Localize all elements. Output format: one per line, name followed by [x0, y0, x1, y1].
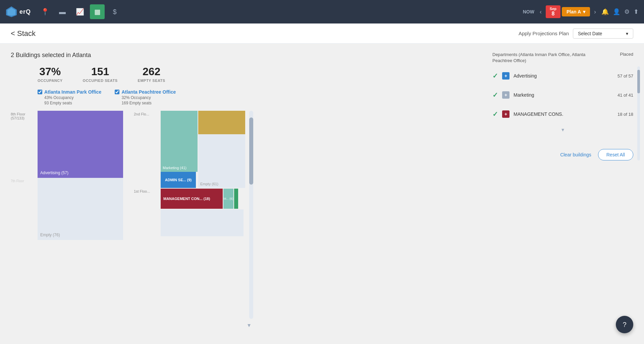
plan-label: Plan A	[567, 9, 581, 14]
building1-occupancy: 43% Occupancy	[44, 95, 101, 100]
select-date-text: Select Date	[578, 31, 602, 36]
b2-green-bar	[234, 189, 238, 209]
departments-title: Departments (Atlanta Inman Park Office, …	[492, 52, 586, 64]
dept-scrollbar-thumb	[637, 70, 640, 93]
building1-name: Atlanta Inman Park Office	[44, 89, 101, 95]
b2-mgmt-bar[interactable]: MANAGEMENT CON... (18)	[161, 189, 223, 209]
dept-scrollbar[interactable]	[637, 66, 640, 160]
b1-empty-bar[interactable]: Empty (76)	[38, 178, 123, 240]
occupied-seats-stat: 151 OCCUPIED SEATS	[83, 65, 118, 83]
b2-right-col: Empty (61)	[198, 111, 245, 188]
select-date-dropdown[interactable]: Select Date ▾	[573, 29, 633, 39]
dept-placed-advertising: 57 of 57	[618, 73, 633, 79]
b2-admin-label: ADMIN SE... (9)	[165, 178, 192, 182]
dept-name-advertising: Advertising	[514, 73, 613, 79]
placed-label: Placed	[620, 52, 633, 57]
left-panel: 2 Buildings selected in Atlanta 37% OCCU…	[11, 52, 487, 338]
dept-icon-marketing: +	[502, 91, 509, 99]
departments-header: Departments (Atlanta Inman Park Office, …	[492, 52, 633, 64]
building1-checkbox[interactable]	[38, 90, 42, 94]
b2-m-label: M... (6)	[224, 197, 233, 200]
next-arrow[interactable]: ›	[591, 7, 599, 17]
subheader: < Stack Apply Projections Plan Select Da…	[0, 23, 644, 44]
right-panel: Departments (Atlanta Inman Park Office, …	[492, 52, 633, 338]
building1-bars: Advertising (57) Empty (76)	[38, 111, 123, 240]
b2-mgmt-label: MANAGEMENT CON... (18)	[163, 197, 210, 201]
dept-scroll-down: ▾	[492, 127, 633, 133]
building1-empty: 93 Empty seats	[44, 101, 101, 105]
occupied-seats-value: 151	[83, 65, 118, 78]
dept-item-advertising[interactable]: ✓ + Advertising 57 of 57	[492, 66, 633, 86]
dept-check-mgmt: ✓	[492, 110, 498, 118]
b1-advertising-bar[interactable]: Advertising (57)	[38, 111, 123, 178]
nav-right-icons: 🔔 👤 ⚙ ⬆	[601, 8, 639, 15]
reset-all-button[interactable]: Reset All	[598, 149, 633, 160]
b2-empty-label: Empty (61)	[200, 182, 218, 186]
date-day: 8	[548, 11, 558, 17]
dept-icon-advertising: +	[502, 72, 509, 80]
top-nav: erQ 📍 ▬ 📈 ▦ $ NOW ‹ Sep 8 Plan A ▾ › 🔔 👤…	[0, 0, 644, 23]
now-label: NOW	[523, 9, 534, 14]
building2-occupancy: 32% Occupancy	[121, 95, 176, 100]
scroll-down-arrow: ▾	[11, 322, 487, 329]
b2-marketing-label: Marketing (41)	[163, 166, 186, 170]
date-badge: Sep 8	[546, 5, 560, 18]
buildings-row: Atlanta Inman Park Office 43% Occupancy …	[38, 89, 487, 105]
b2-empty-col[interactable]: Empty (61)	[198, 134, 245, 188]
b2-tan-bar	[198, 111, 245, 134]
empty-seats-stat: 262 EMPTY SEATS	[138, 65, 165, 83]
settings-icon[interactable]: ⚙	[624, 8, 630, 15]
nav-location-icon[interactable]: 📍	[38, 4, 52, 19]
nav-time-section: NOW ‹ Sep 8 Plan A ▾ ›	[523, 5, 599, 18]
charts-area: 8th Floor (57/133) 7th Floor Advertising…	[11, 111, 487, 319]
b2-left-col: Marketing (41) ADMIN SE... (9)	[161, 111, 198, 188]
empty-seats-label: EMPTY SEATS	[138, 79, 165, 83]
b2-marketing-bar[interactable]: Marketing (41)	[161, 111, 198, 172]
building2-chart-section: 2nd Flo... 1st Floo... Marketing (41) AD…	[134, 111, 245, 319]
dept-name-mgmt: MANAGEMENT CONS.	[514, 111, 613, 117]
prev-arrow[interactable]: ‹	[537, 7, 544, 17]
floor1-label: 1st Floo...	[134, 188, 161, 208]
b2-2nd-floor: Marketing (41) ADMIN SE... (9) Empty (61…	[161, 111, 245, 188]
dept-placed-mgmt: 18 of 18	[618, 112, 633, 117]
logo[interactable]: erQ	[5, 6, 31, 18]
notifications-icon[interactable]: 🔔	[601, 8, 609, 15]
apply-label: Apply Projections Plan	[519, 31, 569, 36]
date-month: Sep	[548, 7, 558, 11]
help-fab[interactable]: ?	[616, 316, 633, 333]
floor7-label: 7th Floor	[11, 178, 38, 240]
building1-chart-section: 8th Floor (57/133) 7th Floor Advertising…	[11, 111, 123, 319]
dept-item-mgmt[interactable]: ✓ + MANAGEMENT CONS. 18 of 18	[492, 105, 633, 124]
stats-row: 37% OCCUPANCY 151 OCCUPIED SEATS 262 EMP…	[38, 65, 487, 83]
building2-checkbox[interactable]	[115, 90, 119, 94]
b2-admin-bar[interactable]: ADMIN SE... (9)	[161, 172, 196, 188]
plan-dropdown-icon: ▾	[583, 9, 585, 14]
b1-advertising-label: Advertising (57)	[40, 170, 68, 175]
occupancy-value: 37%	[38, 65, 63, 78]
b2-1st-floor: MANAGEMENT CON... (18) M... (6)	[161, 189, 245, 209]
building2-name: Atlanta Peachtree Office	[121, 89, 176, 95]
plan-badge[interactable]: Plan A ▾	[562, 7, 590, 16]
building2-bars: Marketing (41) ADMIN SE... (9) Empty (61…	[161, 111, 245, 236]
user-icon[interactable]: 👤	[613, 8, 620, 15]
dept-icon-mgmt: +	[502, 110, 509, 118]
nav-trend-icon[interactable]: 📈	[72, 4, 87, 19]
section-title: 2 Buildings selected in Atlanta	[11, 52, 487, 59]
nav-grid-icon[interactable]: ▦	[90, 4, 105, 19]
building2-info: Atlanta Peachtree Office 32% Occupancy 1…	[115, 89, 176, 105]
b2-m-bar[interactable]: M... (6)	[223, 189, 233, 209]
dept-item-marketing[interactable]: ✓ + Marketing 41 of 41	[492, 86, 633, 105]
dept-check-advertising: ✓	[492, 72, 498, 80]
help-icon: ?	[623, 321, 626, 329]
dept-list: ✓ + Advertising 57 of 57 ✓ + Marketing 4…	[492, 66, 633, 124]
back-link[interactable]: < Stack	[11, 29, 36, 38]
dept-check-marketing: ✓	[492, 91, 498, 99]
b1-empty-label: Empty (76)	[40, 233, 60, 237]
nav-card-icon[interactable]: ▬	[55, 4, 70, 19]
main-content: 2 Buildings selected in Atlanta 37% OCCU…	[0, 44, 644, 344]
occupancy-stat: 37% OCCUPANCY	[38, 65, 63, 83]
clear-buildings-button[interactable]: Clear buildings	[560, 152, 591, 157]
chart-scrollbar[interactable]	[249, 111, 253, 319]
nav-dollar-icon[interactable]: $	[107, 4, 122, 19]
upload-icon[interactable]: ⬆	[634, 8, 639, 15]
